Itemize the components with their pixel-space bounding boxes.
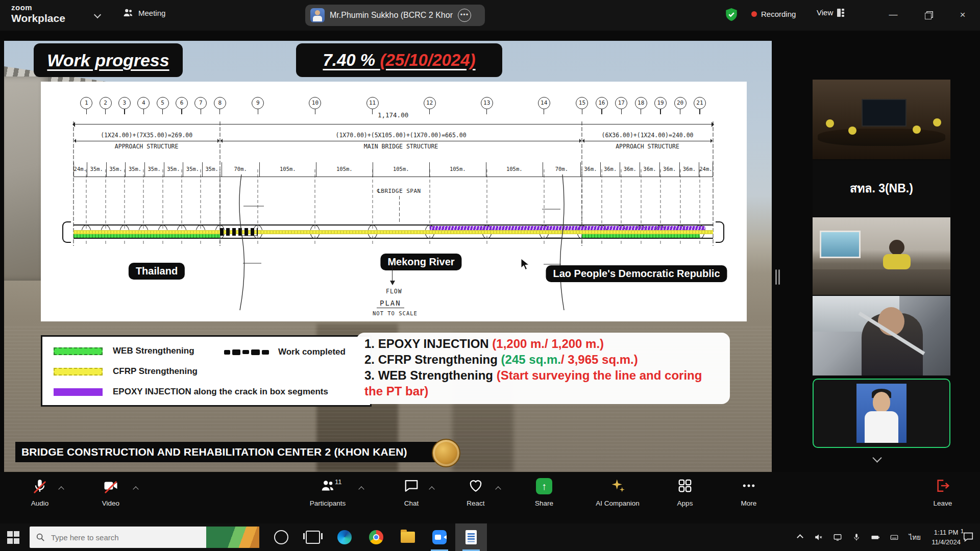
chevron-up-icon[interactable] <box>792 530 807 545</box>
span-cell-8: 70m. <box>222 162 259 177</box>
zoom-meeting-window: zoom Workplace Meeting Mr.Phumin Sukkho … <box>0 0 980 551</box>
system-tray: ไทย <box>792 523 924 551</box>
flow-arrow-icon <box>392 266 393 284</box>
taskbar-app-explorer[interactable] <box>392 523 424 551</box>
legend-completed-label: Work completed <box>278 347 346 357</box>
video-icon <box>83 478 139 497</box>
language-indicator[interactable]: ไทย <box>905 532 924 543</box>
react-options-chevron[interactable] <box>496 485 500 493</box>
search-input[interactable] <box>50 533 180 542</box>
span-cell-4: 35m. <box>144 162 164 177</box>
input-keyboard-icon[interactable] <box>887 530 902 545</box>
taskbar-app-cortana[interactable] <box>265 523 297 551</box>
battery-icon[interactable] <box>868 530 883 545</box>
pier-badge-12: 12 <box>424 97 436 114</box>
taskbar-clock[interactable]: 1:11 PM 11/4/2024 <box>932 528 961 547</box>
pier-badge-21: 21 <box>694 97 706 114</box>
total-length-dimension: 1,174.00 <box>74 113 713 129</box>
span-cell-13: 105m. <box>486 162 543 177</box>
taskbar-app-edge[interactable] <box>329 523 360 551</box>
notification-count: 1 <box>961 528 964 534</box>
speaker-muted-icon[interactable] <box>811 530 826 545</box>
taskbar-app-taskview[interactable] <box>297 523 329 551</box>
react-button[interactable]: React <box>451 478 500 519</box>
security-shield-icon[interactable] <box>725 8 738 22</box>
audio-options-chevron[interactable] <box>59 485 63 493</box>
tab-options-icon[interactable]: ••• <box>458 9 471 22</box>
legend-epoxy: EPOXY INJECTION along the crack in box s… <box>54 387 328 397</box>
bridge-deck <box>74 224 713 239</box>
restore-button[interactable] <box>920 7 936 22</box>
pier-badge-20: 20 <box>674 97 687 114</box>
video-options-chevron[interactable] <box>134 485 138 493</box>
taskbar-app-chrome[interactable] <box>360 523 392 551</box>
participant-video-4[interactable] <box>813 296 950 375</box>
action-center-button[interactable]: 1 <box>963 531 978 543</box>
action-center-icon <box>963 531 974 542</box>
span-cell-6: 35m. <box>183 162 202 177</box>
country-label-thailand: Thailand <box>129 263 185 280</box>
share-icon: ↑ <box>519 478 570 497</box>
participant-video-1[interactable] <box>813 80 950 159</box>
cfrp-strip <box>74 230 713 234</box>
recording-indicator[interactable]: Recording <box>751 10 796 18</box>
panel-resize-handle[interactable] <box>775 269 780 285</box>
work-status-list: 1. EPOXY INJECTION (1,200 m./ 1,200 m.)2… <box>356 333 730 404</box>
participants-options-chevron[interactable] <box>359 485 363 493</box>
span-cell-2: 35m. <box>106 162 126 177</box>
span-cell-7: 35m. <box>202 162 222 177</box>
cortana-icon <box>274 530 288 544</box>
minimize-button[interactable]: — <box>886 7 901 22</box>
mic-icon[interactable] <box>849 530 864 545</box>
video-button[interactable]: Video <box>83 478 139 519</box>
tab-meeting[interactable]: Meeting <box>122 7 165 18</box>
share-button[interactable]: ↑Share <box>519 478 570 519</box>
chat-button[interactable]: Chat <box>389 478 434 519</box>
view-button[interactable]: View <box>817 8 844 17</box>
chrome-icon <box>369 530 383 544</box>
windows-taskbar: ไทย 1:11 PM 11/4/2024 1 <box>0 523 980 551</box>
work-completed-strip <box>220 228 258 236</box>
apps-button[interactable]: Apps <box>663 478 707 519</box>
view-layout-icon <box>837 9 844 17</box>
workspace-dropdown-icon[interactable] <box>94 11 101 18</box>
pier-badge-1: 1 <box>80 97 92 114</box>
ai-button[interactable]: AI Companion <box>583 478 652 519</box>
participant-name-tile[interactable]: สทล. 3(NB.) <box>813 160 950 216</box>
taskbar-search[interactable] <box>30 527 259 548</box>
cfrp-strengthening-swatch <box>54 368 103 375</box>
titlebar: zoom Workplace Meeting Mr.Phumin Sukkho … <box>0 0 980 31</box>
start-button[interactable] <box>7 531 20 544</box>
taskview-icon <box>306 531 320 544</box>
participant-video-3[interactable] <box>813 217 950 295</box>
speaker-avatar <box>310 8 325 22</box>
search-highlight-image[interactable] <box>206 527 259 548</box>
zoomapp-icon <box>432 530 447 544</box>
clock-date: 11/4/2024 <box>932 537 961 547</box>
participants-button[interactable]: 11Participants <box>292 478 363 519</box>
deck-top-line <box>74 224 713 226</box>
close-button[interactable]: × <box>955 7 970 22</box>
country-label-lao: Lao People's Democratic Republic <box>546 265 727 282</box>
display-icon[interactable] <box>830 530 845 545</box>
span-cell-1: 35m. <box>87 162 106 177</box>
span-cell-19: 36m. <box>659 162 679 177</box>
more-videos-chevron-icon[interactable] <box>874 454 889 463</box>
legend-cfrp: CFRP Strengthening <box>54 366 198 377</box>
bridge-span-centerline-label: ℄BRIDGE SPAN <box>377 188 421 194</box>
taskbar-app-zoomapp[interactable] <box>424 523 455 551</box>
legend-web: WEB Strengthening <box>54 346 194 356</box>
participants-icon <box>122 7 134 18</box>
pier-badge-14: 14 <box>538 97 550 114</box>
tab-active-speaker[interactable]: Mr.Phumin Sukkho (BCRC 2 Khor ••• <box>305 5 485 26</box>
participant-video-5[interactable] <box>813 379 950 448</box>
slide-title: Work progress <box>34 43 183 77</box>
leave-button[interactable]: Leave <box>915 478 971 519</box>
chat-options-chevron[interactable] <box>430 485 434 493</box>
web-strip-right <box>582 234 700 238</box>
more-button[interactable]: More <box>726 478 772 519</box>
leave-icon <box>915 478 971 497</box>
taskbar-app-doc[interactable] <box>455 523 487 551</box>
audio-button[interactable]: Audio <box>14 478 65 519</box>
status-item-2: 2. CFRP Strengthening (245 sq.m./ 3,965 … <box>364 352 722 367</box>
